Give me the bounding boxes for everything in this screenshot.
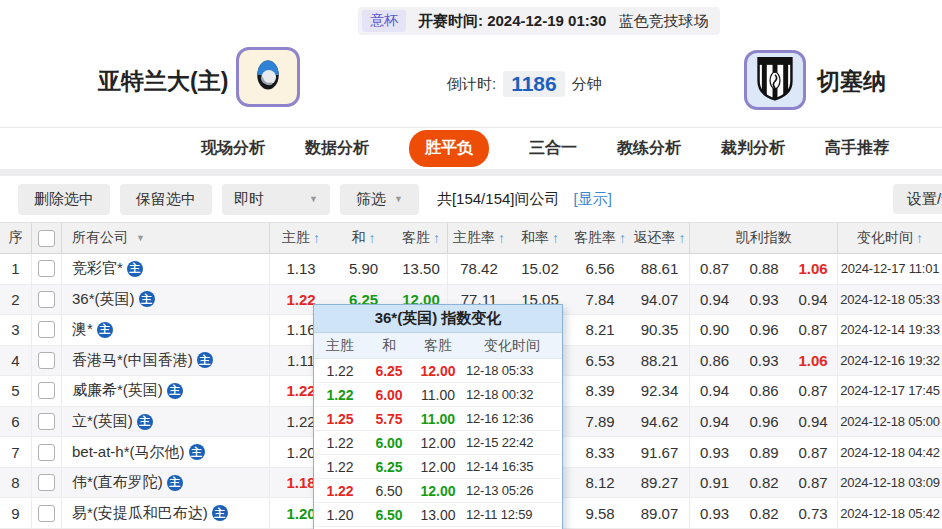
sort-asc-icon: ↑ bbox=[679, 230, 686, 246]
delete-selected-button[interactable]: 删除选中 bbox=[18, 184, 110, 215]
tab-three-in-one[interactable]: 三合一 bbox=[529, 138, 577, 159]
kelly-away: 0.94 bbox=[789, 285, 838, 315]
away-team-logo bbox=[744, 50, 806, 110]
col-header-away[interactable]: 客胜↑ bbox=[395, 223, 448, 253]
tab-coach-analysis[interactable]: 教练分析 bbox=[617, 138, 681, 159]
section-divider bbox=[0, 169, 942, 176]
row-checkbox-cell bbox=[32, 407, 62, 437]
tab-expert-picks[interactable]: 高手推荐 bbox=[825, 138, 889, 159]
row-checkbox[interactable] bbox=[38, 474, 55, 491]
change-time: 2024-12-18 04:42 bbox=[838, 437, 942, 467]
tab-live-analysis[interactable]: 现场分析 bbox=[201, 138, 265, 159]
col-header-draw[interactable]: 和↑ bbox=[332, 223, 395, 253]
away-rate: 8.39 bbox=[570, 376, 630, 406]
zhu-badge-icon: 主 bbox=[137, 414, 153, 430]
company-cell[interactable]: 香港马*(中国香港) 主 bbox=[62, 346, 270, 376]
time-filter-dropdown[interactable]: 即时 ▼ bbox=[222, 184, 330, 215]
row-checkbox[interactable] bbox=[38, 505, 55, 522]
company-name: 威廉希*(英国) bbox=[72, 381, 163, 400]
row-index: 6 bbox=[0, 407, 32, 437]
popup-draw-odds: 6.25 bbox=[366, 455, 412, 478]
popup-away-odds: 12.00 bbox=[412, 431, 464, 454]
popup-away-odds: 12.00 bbox=[412, 359, 464, 382]
kelly-home: 0.94 bbox=[690, 285, 739, 315]
popup-history-row: 1.22 6.25 12.00 12-18 05:33 bbox=[314, 359, 562, 383]
popup-col-away: 客胜 bbox=[412, 333, 464, 358]
home-odds[interactable]: 1.13 bbox=[270, 254, 332, 284]
row-checkbox[interactable] bbox=[38, 382, 55, 399]
popup-history-row: 1.22 6.00 12.00 12-15 22:42 bbox=[314, 431, 562, 455]
away-odds[interactable]: 13.50 bbox=[395, 254, 448, 284]
row-checkbox[interactable] bbox=[38, 291, 55, 308]
company-name: 香港马*(中国香港) bbox=[72, 351, 193, 370]
settings-select-button[interactable]: 设置/选择 bbox=[893, 184, 942, 214]
col-header-draw-rate[interactable]: 和率↑ bbox=[510, 223, 570, 253]
popup-away-odds: 13.00 bbox=[412, 503, 464, 526]
popup-header-row: 主胜 和 客胜 变化时间 bbox=[314, 333, 562, 359]
popup-change-time: 12-15 22:42 bbox=[464, 431, 560, 454]
return-rate: 88.61 bbox=[630, 254, 690, 284]
return-rate: 91.67 bbox=[630, 437, 690, 467]
company-cell[interactable]: 易*(安提瓜和巴布达) 主 bbox=[62, 498, 270, 528]
league-badge: 意杯 bbox=[362, 10, 406, 32]
kelly-draw: 0.96 bbox=[739, 315, 789, 345]
company-cell[interactable]: 竞彩官* 主 bbox=[62, 254, 270, 284]
popup-away-odds: 12.00 bbox=[412, 479, 464, 502]
zhu-badge-icon: 主 bbox=[97, 322, 113, 338]
change-time: 2024-12-18 05:00 bbox=[838, 407, 942, 437]
tab-referee-analysis[interactable]: 裁判分析 bbox=[721, 138, 785, 159]
away-rate: 7.89 bbox=[570, 407, 630, 437]
change-time: 2024-12-17 11:01 bbox=[838, 254, 942, 284]
popup-draw-odds: 6.50 bbox=[366, 479, 412, 502]
popup-history-row: 1.20 6.50 13.00 12-11 12:59 bbox=[314, 503, 562, 527]
keep-selected-button[interactable]: 保留选中 bbox=[120, 184, 212, 215]
filter-dropdown[interactable]: 筛选 ▼ bbox=[340, 184, 419, 215]
kelly-draw: 0.82 bbox=[739, 498, 789, 528]
col-header-change-time[interactable]: 变化时间↑ bbox=[838, 223, 942, 253]
zhu-badge-icon: 主 bbox=[212, 505, 228, 521]
col-header-return-rate[interactable]: 返还率↑ bbox=[630, 223, 690, 253]
col-header-away-rate-label: 客胜率 bbox=[574, 229, 616, 247]
odds-comparison-page: { "colors": { "accent_orange": "#ed4d07"… bbox=[0, 0, 942, 529]
popup-history-row: 1.22 6.50 12.00 12-13 05:26 bbox=[314, 479, 562, 503]
row-checkbox[interactable] bbox=[38, 260, 55, 277]
kelly-home: 0.87 bbox=[690, 254, 739, 284]
tab-win-draw-lose[interactable]: 胜平负 bbox=[409, 130, 489, 167]
change-time: 2024-12-16 19:32 bbox=[838, 346, 942, 376]
select-all-cell bbox=[32, 223, 62, 253]
company-name: 立*(英国) bbox=[72, 412, 133, 431]
chevron-down-icon: ▼ bbox=[136, 233, 145, 243]
company-cell[interactable]: 澳* 主 bbox=[62, 315, 270, 345]
sort-asc-icon: ↑ bbox=[369, 230, 376, 246]
company-cell[interactable]: bet-at-h*(马尔他) 主 bbox=[62, 437, 270, 467]
sort-asc-icon: ↑ bbox=[619, 230, 626, 246]
popup-history-row: 1.22 6.00 11.00 12-18 00:32 bbox=[314, 383, 562, 407]
return-rate: 88.21 bbox=[630, 346, 690, 376]
zhu-badge-icon: 主 bbox=[197, 352, 213, 368]
kelly-away: 0.94 bbox=[789, 407, 838, 437]
show-link[interactable]: [显示] bbox=[573, 190, 611, 209]
row-checkbox[interactable] bbox=[38, 321, 55, 338]
company-cell[interactable]: 36*(英国) 主 bbox=[62, 285, 270, 315]
popup-change-time: 12-13 05:26 bbox=[464, 479, 560, 502]
home-team-logo bbox=[236, 47, 300, 107]
col-header-company[interactable]: 所有公司 ▼ bbox=[62, 223, 270, 253]
draw-odds[interactable]: 5.90 bbox=[332, 254, 395, 284]
company-cell[interactable]: 威廉希*(英国) 主 bbox=[62, 376, 270, 406]
company-cell[interactable]: 伟*(直布罗陀) 主 bbox=[62, 468, 270, 498]
kelly-away: 0.73 bbox=[789, 498, 838, 528]
zhu-badge-icon: 主 bbox=[167, 383, 183, 399]
col-header-away-rate[interactable]: 客胜率↑ bbox=[570, 223, 630, 253]
select-all-checkbox[interactable] bbox=[38, 230, 55, 247]
row-checkbox[interactable] bbox=[38, 352, 55, 369]
kelly-draw: 0.89 bbox=[739, 437, 789, 467]
company-cell[interactable]: 立*(英国) 主 bbox=[62, 407, 270, 437]
row-index: 5 bbox=[0, 376, 32, 406]
tab-data-analysis[interactable]: 数据分析 bbox=[305, 138, 369, 159]
row-checkbox[interactable] bbox=[38, 413, 55, 430]
col-header-home-rate[interactable]: 主胜率↑ bbox=[448, 223, 510, 253]
row-checkbox[interactable] bbox=[38, 444, 55, 461]
change-time: 2024-12-14 19:33 bbox=[838, 315, 942, 345]
col-header-home[interactable]: 主胜↑ bbox=[270, 223, 332, 253]
row-checkbox-cell bbox=[32, 315, 62, 345]
